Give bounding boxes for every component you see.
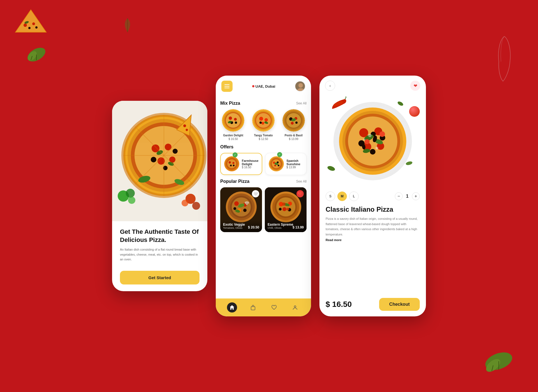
svg-point-144 — [379, 131, 385, 137]
hero-image-area — [112, 101, 207, 221]
svg-point-115 — [282, 207, 286, 211]
svg-marker-0 — [15, 10, 46, 32]
svg-point-92 — [278, 165, 279, 166]
farmhouse-offer-image — [224, 156, 240, 172]
user-avatar[interactable] — [295, 81, 305, 92]
tomato-decoration — [409, 106, 420, 117]
bottom-navigation — [216, 298, 311, 316]
read-more-button[interactable]: Read more — [326, 238, 420, 242]
size-large-button[interactable]: L — [349, 192, 359, 201]
svg-point-57 — [235, 122, 237, 124]
landing-content: Get The Authentic Taste Of Delicious Piz… — [112, 221, 207, 291]
size-medium-button[interactable]: M — [337, 192, 347, 201]
detail-pizza-image — [339, 108, 406, 175]
mix-pizza-title: Mix Pizza — [220, 101, 240, 106]
quantity-increase-button[interactable]: + — [412, 192, 420, 200]
leaf-decoration-3 — [397, 101, 404, 106]
popular-eastern-spreme[interactable]: ❤️ Eastern Spreme Chilli, Olives $ 13.99 — [265, 187, 307, 232]
mix-pizza-grid: Garden Delight $ 16.50 — [220, 109, 307, 141]
price-checkout-row: $ 16.50 Checkout — [326, 298, 420, 316]
svg-point-103 — [233, 207, 236, 210]
popular-exotic-veggie[interactable]: 🤍 Exotic Veggie Tomatoes, Olives $ 20.50 — [220, 187, 262, 232]
eastern-spreme-price: $ 13.99 — [293, 225, 304, 229]
svg-point-2 — [24, 24, 27, 27]
svg-rect-121 — [251, 307, 255, 310]
svg-point-141 — [368, 134, 372, 137]
phone-landing: Get The Authentic Taste Of Delicious Piz… — [112, 101, 207, 291]
svg-point-84 — [233, 165, 235, 166]
quantity-decrease-button[interactable]: − — [395, 192, 403, 200]
nav-bag-button[interactable] — [248, 302, 258, 312]
svg-point-48 — [298, 83, 303, 88]
screens-container: Get The Authentic Taste Of Delicious Piz… — [0, 0, 538, 392]
svg-point-128 — [359, 128, 368, 137]
mix-pizza-see-all[interactable]: See All — [296, 101, 307, 105]
eastern-spreme-favorite[interactable]: ❤️ — [296, 190, 304, 197]
svg-point-22 — [152, 144, 159, 152]
menu-line-2 — [224, 86, 229, 87]
svg-point-41 — [128, 197, 135, 204]
svg-point-81 — [229, 161, 231, 164]
svg-point-23 — [165, 144, 171, 150]
svg-point-74 — [291, 122, 294, 125]
farmhouse-offer-name: Farmhouse Delight — [242, 159, 258, 166]
svg-point-82 — [233, 162, 235, 164]
get-started-button[interactable]: Get Started — [120, 271, 200, 284]
spacer — [220, 232, 307, 237]
svg-point-145 — [365, 139, 370, 144]
location-badge: UAE, Dubai — [252, 84, 275, 88]
sunshine-offer-image — [269, 156, 284, 172]
nav-home-button[interactable] — [227, 302, 237, 312]
favorite-button[interactable]: ❤ — [410, 81, 420, 91]
garden-delight-image — [222, 109, 244, 132]
svg-point-80 — [227, 159, 236, 168]
hero-pizza-illustration — [112, 101, 207, 221]
popular-pizza-see-all[interactable]: See All — [296, 179, 307, 183]
size-small-button[interactable]: S — [326, 192, 335, 201]
sunshine-offer-info: Spanish Sunshine $ 13.99 — [286, 159, 303, 169]
svg-point-44 — [182, 200, 188, 206]
mix-pizza-item-garden[interactable]: Garden Delight $ 16.50 — [220, 109, 246, 141]
svg-point-99 — [234, 201, 239, 206]
farmhouse-offer-info: Farmhouse Delight $ 16.50 — [242, 159, 258, 169]
bg-leaf-left — [25, 45, 48, 62]
nav-profile-button[interactable] — [290, 302, 300, 312]
leaf-decoration-1 — [327, 165, 335, 172]
tangy-tomato-price: $ 12.50 — [259, 137, 268, 141]
back-button[interactable]: ‹ — [325, 81, 335, 91]
product-description: Pizza is a savory dish of Italian origin… — [326, 216, 420, 237]
hamburger-menu-button[interactable] — [221, 81, 233, 92]
leaf-decoration-2 — [405, 161, 413, 166]
offer-sunshine[interactable]: ✓ Spanish Sunshine $ 13.99 — [265, 153, 307, 175]
popular-pizza-row: 🤍 Exotic Veggie Tomatoes, Olives $ 20.50 — [220, 187, 307, 232]
tangy-tomato-name: Tangy Tomato — [254, 134, 273, 137]
svg-point-43 — [192, 202, 200, 210]
product-name: Classic Italiano Pizza — [326, 206, 420, 213]
svg-point-4 — [28, 27, 31, 29]
product-price: $ 16.50 — [326, 300, 352, 309]
svg-point-120 — [286, 208, 289, 211]
svg-point-119 — [282, 202, 286, 206]
svg-point-55 — [234, 118, 237, 121]
mix-pizza-item-pesto[interactable]: Pesto & Basil $ 13.99 — [281, 109, 307, 141]
detail-pizza-area — [319, 91, 426, 192]
detail-header: ‹ ❤ — [319, 76, 426, 91]
landing-headline: Get The Authentic Taste Of Delicious Piz… — [120, 228, 200, 244]
popular-pizza-title: Popular Pizza — [220, 179, 249, 184]
nav-heart-button[interactable] — [269, 302, 279, 312]
exotic-veggie-favorite[interactable]: 🤍 — [252, 190, 259, 197]
svg-point-54 — [229, 116, 232, 120]
sunshine-offer-name: Spanish Sunshine — [286, 159, 303, 166]
bg-leaf-center — [120, 17, 134, 34]
svg-point-91 — [274, 165, 276, 166]
quantity-controls: − 1 + — [395, 192, 420, 200]
phone-detail: ‹ ❤ — [319, 76, 426, 316]
location-text: UAE, Dubai — [256, 84, 275, 88]
popular-pizza-header: Popular Pizza See All — [220, 179, 307, 184]
svg-point-83 — [230, 165, 232, 166]
exotic-veggie-price: $ 20.50 — [248, 225, 259, 229]
svg-rect-107 — [246, 203, 248, 205]
offer-farmhouse[interactable]: ✓ Farmhouse Delight $ 16.50 — [220, 153, 262, 175]
checkout-button[interactable]: Checkout — [379, 298, 420, 311]
mix-pizza-item-tangy[interactable]: Tangy Tomato $ 12.50 — [251, 109, 276, 141]
